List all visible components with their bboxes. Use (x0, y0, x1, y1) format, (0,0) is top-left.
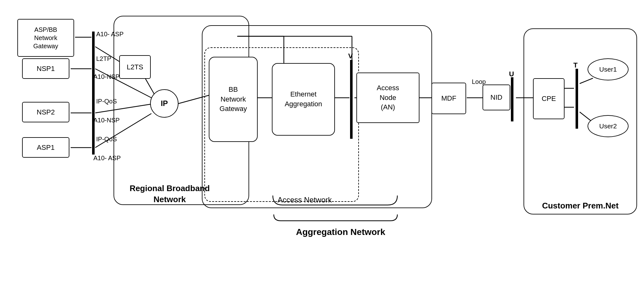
user1-circle: User1 (588, 58, 629, 80)
access-network-label: Access Network (278, 196, 332, 204)
aggregation-network-label: Aggregation Network (278, 227, 404, 237)
regional-broadband-label: Regional Broadband Network (126, 183, 214, 205)
l2tp-label: L2TP (96, 55, 111, 62)
customer-prem-label: Customer Prem.Net (535, 200, 626, 211)
v-label: V (348, 52, 353, 60)
mdf-box: MDF (431, 83, 466, 114)
asp1-box: ASP1 (22, 137, 69, 158)
ethernet-aggregation-box: Ethernet Aggregation (272, 63, 335, 136)
cpe-box: CPE (533, 78, 565, 119)
nsp2-box: NSP2 (22, 102, 69, 122)
u-thick-bar (511, 77, 513, 121)
u-label: U (509, 70, 514, 78)
t-label: T (573, 61, 577, 69)
nid-box: NID (483, 85, 510, 110)
asp-bb-box: ASP/BB Network Gateway (17, 19, 74, 57)
user2-circle: User2 (588, 115, 629, 137)
left-thick-bar (92, 32, 95, 155)
t-thick-bar (576, 69, 578, 129)
diagram-container: ASP/BB Network Gateway NSP1 NSP2 ASP1 A1… (0, 0, 644, 281)
v-thick-bar (350, 60, 353, 139)
nsp1-box: NSP1 (22, 58, 69, 79)
access-node-box: Access Node (AN) (356, 73, 419, 123)
